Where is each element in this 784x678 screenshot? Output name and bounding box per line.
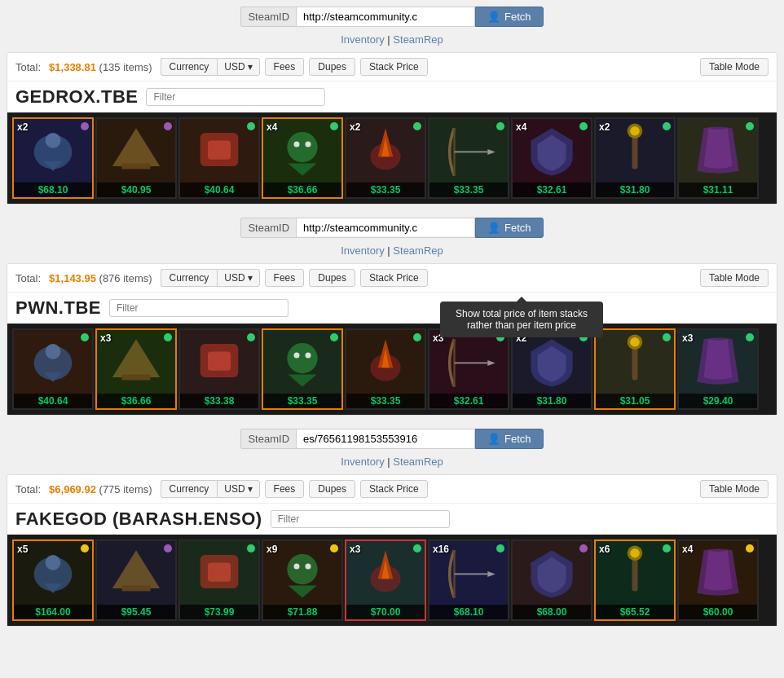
svg-point-27 [287,343,317,373]
item-count: x5 [17,544,28,555]
svg-marker-48 [288,585,317,597]
item-dot-green [81,333,89,341]
fees-button-2[interactable]: Fees [265,269,305,287]
item-dot-green [164,333,172,341]
item-dot-green [496,122,504,130]
user2-name: PWN.TBE [15,297,101,319]
item-price: $31.05 [596,394,674,408]
user1-card: Total: $1,338.81 (135 items) Currency US… [7,52,777,205]
filter-input-2[interactable] [109,299,288,317]
item-card[interactable]: $164.00x5 [12,539,94,621]
currency-label-btn-3[interactable]: Currency [161,480,218,498]
filter-input-1[interactable] [146,88,325,106]
svg-rect-44 [122,585,151,591]
item-card[interactable]: $33.35 [428,117,509,199]
fetch-button-3[interactable]: 👤 Fetch [475,429,544,449]
item-count: x6 [599,544,610,555]
steamid-input-3[interactable] [296,429,475,449]
item-count: x3 [100,332,111,344]
item-card[interactable]: $36.66x3 [95,328,177,410]
item-card[interactable]: $95.45 [95,539,177,621]
item-card[interactable]: $33.35 [262,328,343,410]
currency-select-btn-1[interactable]: USD ▾ [217,58,259,76]
svg-point-39 [630,337,640,347]
item-price: $68.10 [14,183,92,197]
user3-section: SteamID 👤 Fetch Inventory | SteamRep Tot… [0,422,784,627]
fetch-button-1[interactable]: 👤 Fetch [475,7,544,27]
item-count: x4 [516,121,526,133]
item-dot-green [496,333,504,341]
item-dot-green [330,333,338,341]
item-card[interactable]: $29.40x3 [677,328,759,410]
item-card[interactable]: $68.10x2 [12,117,94,199]
item-card[interactable]: $31.05 [594,328,676,410]
item-count: x2 [599,121,610,133]
steamid-input-1[interactable] [296,7,475,27]
steamid-label-2: SteamID [240,218,296,238]
dupes-button-2[interactable]: Dupes [309,269,355,287]
svg-rect-46 [208,562,231,581]
item-card[interactable]: $40.95 [95,117,177,199]
item-card[interactable]: $31.80x2 [511,328,592,410]
steamid-label-1: SteamID [240,7,296,27]
fees-button-3[interactable]: Fees [265,480,305,498]
item-card[interactable]: $68.00 [511,539,592,621]
item-card[interactable]: $31.11 [677,117,759,199]
dupes-button-3[interactable]: Dupes [309,480,355,498]
item-card[interactable]: $68.10x16 [428,539,509,621]
inventory-link-3[interactable]: Inventory [341,456,384,468]
stack-price-button-2[interactable]: Stack Price [360,269,428,287]
steamid-input-2[interactable] [296,218,475,238]
user1-name: GEDROX.TBE [15,86,138,108]
stack-price-button-1[interactable]: Stack Price [360,58,428,76]
item-card[interactable]: $71.88x9 [262,539,343,621]
filter-input-3[interactable] [271,510,450,528]
item-card[interactable]: $33.38 [178,328,260,410]
currency-label-btn-2[interactable]: Currency [161,269,218,287]
svg-rect-4 [122,163,151,169]
svg-marker-8 [288,163,317,175]
svg-point-30 [306,353,311,359]
item-card[interactable]: $32.61x3 [428,328,509,410]
item-price: $31.11 [679,183,757,197]
steamrep-link-3[interactable]: SteamRep [393,456,443,468]
currency-label-btn-1[interactable]: Currency [161,58,218,76]
user2-total-value: $1,143.95 (876 items) [49,272,152,284]
fetch-button-2[interactable]: 👤 Fetch [475,218,544,238]
currency-select-btn-3[interactable]: USD ▾ [217,480,259,498]
dupes-button-1[interactable]: Dupes [309,58,355,76]
svg-point-21 [46,344,61,359]
item-dot-green [413,544,421,553]
stack-price-button-3[interactable]: Stack Price [360,480,428,498]
table-mode-button-3[interactable]: Table Mode [700,480,769,498]
steamrep-link-2[interactable]: SteamRep [393,244,443,257]
table-mode-button-2[interactable]: Table Mode [700,269,769,287]
inventory-link-2[interactable]: Inventory [341,244,384,257]
item-price: $32.61 [429,394,508,408]
fees-button-1[interactable]: Fees [265,58,305,76]
item-card[interactable]: $36.66x4 [262,117,343,199]
item-card[interactable]: $70.00x3 [345,539,426,621]
item-card[interactable]: $40.64 [12,328,94,410]
item-card[interactable]: $40.64 [178,117,260,199]
svg-point-9 [294,142,300,147]
item-card[interactable]: $32.61x4 [511,117,592,199]
item-price: $31.80 [513,394,591,408]
steamrep-link-1[interactable]: SteamRep [393,33,443,46]
item-card[interactable]: $73.99 [178,539,260,621]
table-mode-button-1[interactable]: Table Mode [700,58,769,76]
user2-steamid-row: SteamID 👤 Fetch [0,211,784,241]
item-price: $33.35 [263,394,341,408]
user2-card: Total: $1,143.95 (876 items) Currency US… [7,263,777,416]
steamid-label-3: SteamID [240,429,296,449]
item-card[interactable]: $33.35 [345,328,426,410]
item-card[interactable]: $60.00x4 [677,539,759,621]
item-card[interactable]: $31.80x2 [594,117,676,199]
person-icon-2: 👤 [487,222,500,234]
item-dot-purple [579,544,588,553]
item-card[interactable]: $65.52x6 [594,539,676,621]
item-card[interactable]: $33.35x2 [345,117,426,199]
currency-select-btn-2[interactable]: USD ▾ [217,269,259,287]
user2-items-grid: $40.64$36.66x3$33.38$33.35$33.35$32.61x3… [7,324,777,415]
inventory-link-1[interactable]: Inventory [341,33,384,46]
